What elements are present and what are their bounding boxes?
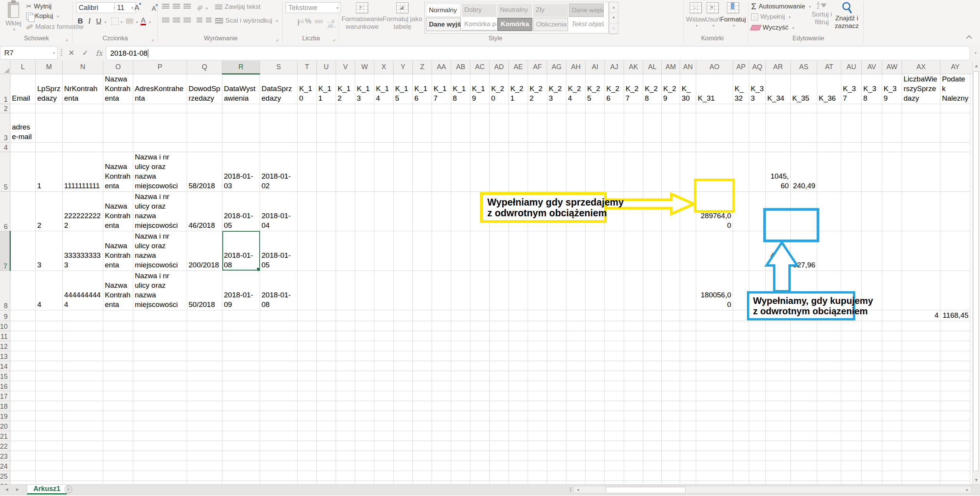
cell-N13[interactable] xyxy=(63,351,103,361)
cell-AS16[interactable] xyxy=(791,381,817,391)
cell-AU26[interactable] xyxy=(841,481,862,484)
column-header-AT[interactable]: AT xyxy=(817,61,841,74)
clear-button[interactable]: Wyczyść ▾ xyxy=(751,24,794,32)
cell-AO1[interactable]: K_31 xyxy=(696,74,733,104)
cell-AX13[interactable] xyxy=(902,351,940,361)
find-select-button[interactable]: Znajdź i zaznacz xyxy=(834,1,859,30)
cell-AI22[interactable] xyxy=(586,441,605,451)
cell-Z12[interactable] xyxy=(413,341,432,351)
row-header-22[interactable]: 22 xyxy=(0,441,10,451)
cell-AF4[interactable] xyxy=(528,142,547,152)
cell-style-normalny[interactable]: Normalny xyxy=(426,3,461,17)
cell-N15[interactable] xyxy=(63,371,103,381)
cell-AB25[interactable] xyxy=(451,471,470,481)
cell-AX6[interactable] xyxy=(902,191,940,231)
cell-M10[interactable] xyxy=(36,321,63,331)
cell-AL24[interactable] xyxy=(643,461,662,471)
cell-O25[interactable] xyxy=(103,471,133,481)
formula-bar-splitter[interactable] xyxy=(61,49,62,57)
cell-AS21[interactable] xyxy=(791,431,817,441)
cell-Q24[interactable] xyxy=(187,461,222,471)
cell-AD1[interactable]: K_20 xyxy=(490,74,509,104)
cell-AW11[interactable] xyxy=(882,331,902,341)
cell-X19[interactable] xyxy=(374,411,394,421)
cell-AU12[interactable] xyxy=(841,341,862,351)
comma-style-icon[interactable]: 000 xyxy=(315,19,323,24)
cell-AR24[interactable] xyxy=(766,461,791,471)
cell-N5[interactable]: 1111111111 xyxy=(63,152,103,191)
cell-AF21[interactable] xyxy=(528,431,547,441)
cell-AH8[interactable] xyxy=(566,270,586,310)
cell-AR22[interactable] xyxy=(766,441,791,451)
cell-Q13[interactable] xyxy=(187,351,222,361)
cell-AV6[interactable] xyxy=(862,191,882,231)
collapse-ribbon-icon[interactable] xyxy=(966,35,972,41)
decrease-indent-icon[interactable] xyxy=(197,18,202,23)
cell-AX17[interactable] xyxy=(902,391,940,401)
cell-AU14[interactable] xyxy=(841,361,862,371)
cell-AD21[interactable] xyxy=(490,431,509,441)
cell-AU13[interactable] xyxy=(841,351,862,361)
gallery-down-icon[interactable]: ▼ xyxy=(609,13,618,23)
cell-R2[interactable] xyxy=(222,104,260,113)
cell-T22[interactable] xyxy=(298,441,317,451)
cell-X15[interactable] xyxy=(374,371,394,381)
cell-AY8[interactable] xyxy=(940,270,970,310)
cell-AS4[interactable] xyxy=(791,142,817,152)
cell-AU22[interactable] xyxy=(841,441,862,451)
cell-U26[interactable] xyxy=(317,481,336,484)
cell-N21[interactable] xyxy=(63,431,103,441)
cell-AN5[interactable] xyxy=(680,152,696,191)
cell-Y19[interactable] xyxy=(394,411,413,421)
cell-V21[interactable] xyxy=(336,431,355,441)
cell-AH7[interactable] xyxy=(566,231,586,270)
cell-AM3[interactable] xyxy=(662,113,680,142)
cell-Q22[interactable] xyxy=(187,441,222,451)
cell-V26[interactable] xyxy=(336,481,355,484)
scroll-right-icon[interactable]: ▸ xyxy=(964,487,971,493)
cell-AY16[interactable] xyxy=(940,381,970,391)
cell-AB11[interactable] xyxy=(451,331,470,341)
cell-AC17[interactable] xyxy=(470,391,490,401)
cell-AD16[interactable] xyxy=(490,381,509,391)
column-header-V[interactable]: V xyxy=(336,61,355,74)
cell-AY17[interactable] xyxy=(940,391,970,401)
cell-N26[interactable] xyxy=(63,481,103,484)
column-header-AW[interactable]: AW xyxy=(882,61,902,74)
cell-AI8[interactable] xyxy=(586,270,605,310)
cell-AX19[interactable] xyxy=(902,411,940,421)
cell-AW23[interactable] xyxy=(882,451,902,461)
decrease-decimal-icon[interactable]: ,00→ xyxy=(327,24,337,28)
cell-AL5[interactable] xyxy=(643,152,662,191)
cell-AS15[interactable] xyxy=(791,371,817,381)
cell-AG20[interactable] xyxy=(547,421,566,431)
cell-R22[interactable] xyxy=(222,441,260,451)
cell-AT19[interactable] xyxy=(817,411,841,421)
cell-AD10[interactable] xyxy=(490,321,509,331)
cell-AN7[interactable] xyxy=(680,231,696,270)
cell-T18[interactable] xyxy=(298,401,317,411)
cell-AH15[interactable] xyxy=(566,371,586,381)
cell-AE4[interactable] xyxy=(509,142,528,152)
cell-AW4[interactable] xyxy=(882,142,902,152)
column-header-AC[interactable]: AC xyxy=(470,61,490,74)
cell-AN1[interactable]: K_30 xyxy=(680,74,696,104)
cell-L14[interactable] xyxy=(10,361,36,371)
cell-M20[interactable] xyxy=(36,421,63,431)
cell-AW7[interactable] xyxy=(882,231,902,270)
cell-L8[interactable] xyxy=(10,270,36,310)
cell-Z7[interactable] xyxy=(413,231,432,270)
cell-AQ21[interactable] xyxy=(749,431,766,441)
cell-AX15[interactable] xyxy=(902,371,940,381)
cell-Q10[interactable] xyxy=(187,321,222,331)
cell-AU24[interactable] xyxy=(841,461,862,471)
cell-AR23[interactable] xyxy=(766,451,791,461)
cell-AT14[interactable] xyxy=(817,361,841,371)
cell-AO6[interactable]: 289764,00 xyxy=(696,191,733,231)
cell-AH25[interactable] xyxy=(566,471,586,481)
cell-AE20[interactable] xyxy=(509,421,528,431)
cell-AL1[interactable]: K_28 xyxy=(643,74,662,104)
cell-V17[interactable] xyxy=(336,391,355,401)
cell-L4[interactable] xyxy=(10,142,36,152)
cell-AQ25[interactable] xyxy=(749,471,766,481)
